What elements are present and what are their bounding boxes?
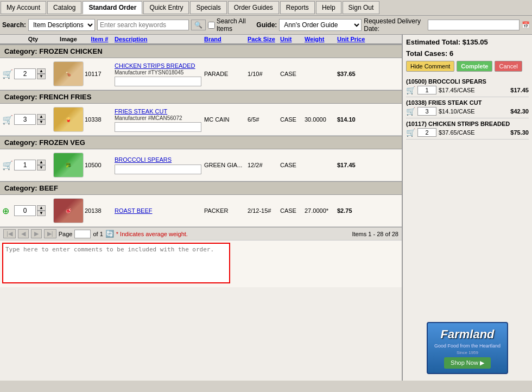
qty-input-10500[interactable] — [14, 160, 36, 170]
add-to-cart-icon-10117[interactable]: 🛒 — [2, 69, 14, 79]
comments-area — [0, 240, 402, 287]
add-to-cart-icon-20138[interactable]: ⊕ — [2, 206, 14, 216]
brand-20138: PACKER — [204, 207, 248, 214]
fries-image: 🍟 — [66, 117, 71, 122]
cart-icon-10338: 🛒 — [406, 107, 415, 116]
pack-10338: 6/5# — [248, 116, 280, 123]
add-to-cart-icon-10338[interactable]: 🛒 — [2, 115, 14, 125]
qty-input-10338[interactable] — [14, 114, 36, 125]
qty-up-20138[interactable]: ▲ — [37, 205, 46, 211]
col-weight-header[interactable]: Weight — [305, 36, 337, 42]
item-10338: 10338 — [85, 116, 115, 123]
qty-down-10338[interactable]: ▼ — [37, 119, 46, 125]
cart-qty-10500[interactable] — [417, 86, 436, 94]
col-brand-header[interactable]: Brand — [204, 36, 248, 42]
note-input-10338[interactable] — [115, 122, 201, 132]
prev-page-button[interactable]: ◀ — [18, 229, 29, 238]
col-image-header: Image — [52, 36, 85, 42]
complete-button[interactable]: Complete — [457, 61, 492, 72]
brand-10338: MC CAIN — [204, 116, 248, 123]
desc-20138: ROAST BEEF — [115, 207, 204, 214]
col-price-header[interactable]: Unit Price — [337, 36, 372, 42]
search-bar: Search: Item Descriptions Item Number Br… — [0, 16, 532, 35]
table-row: 🛒 ▲ ▼ 🍟 10338 FRIES STEAK CUT Manufactur… — [0, 104, 402, 136]
qty-down-20138[interactable]: ▼ — [37, 211, 46, 216]
refresh-icon[interactable]: 🔄 — [105, 230, 114, 238]
cart-price-10117: $37.65/CASE — [439, 129, 475, 136]
last-page-button[interactable]: ▶| — [44, 229, 56, 238]
cart-icon-10500: 🛒 — [406, 86, 415, 94]
nav-order-guides[interactable]: Order Guides — [228, 1, 279, 14]
delivery-date-input[interactable]: 10/10/2014 — [428, 20, 520, 30]
farmland-since: Since 1959 — [432, 350, 503, 355]
farmland-banner: Farmland Good Food from the Heartland Si… — [427, 322, 508, 374]
search-input[interactable] — [97, 20, 189, 30]
qty-down-10500[interactable]: ▼ — [37, 165, 46, 170]
item-20138: 20138 — [85, 207, 115, 214]
nav-quick-entry[interactable]: Quick Entry — [143, 1, 189, 14]
cart-price-10500: $17.45/CASE — [439, 87, 475, 93]
qty-cell-20138: ▲ ▼ — [14, 205, 52, 216]
nav-specials[interactable]: Specials — [190, 1, 226, 14]
qty-up-10500[interactable]: ▲ — [37, 160, 46, 165]
search-button[interactable]: 🔍 — [191, 20, 206, 30]
calendar-icon[interactable]: 📅 — [522, 21, 530, 29]
add-to-cart-icon-10500[interactable]: 🛒 — [2, 160, 14, 170]
qty-up-10338[interactable]: ▲ — [37, 114, 46, 119]
nav-my-account[interactable]: My Account — [1, 1, 46, 14]
qty-spinner-10338: ▲ ▼ — [37, 114, 46, 125]
note-input-10117[interactable] — [115, 77, 201, 86]
hide-comment-button[interactable]: Hide Comment — [406, 61, 454, 72]
product-link-10338[interactable]: FRIES STEAK CUT — [115, 108, 167, 115]
search-type-select[interactable]: Item Descriptions Item Number Brand — [28, 19, 95, 31]
beef-image: 🥩 — [66, 208, 71, 213]
desc-10338: FRIES STEAK CUT Manufacturer #MCAN56072 — [115, 108, 204, 132]
qty-input-20138[interactable] — [14, 205, 36, 216]
unit-10117: CASE — [280, 71, 305, 77]
cancel-button[interactable]: Cancel — [495, 61, 522, 72]
cart-qty-10117[interactable] — [417, 128, 436, 137]
nav-catalog[interactable]: Catalog — [47, 1, 81, 14]
search-all-label: Search All Items — [208, 17, 255, 33]
nav-help[interactable]: Help — [316, 1, 341, 14]
nav-reports[interactable]: Reports — [280, 1, 315, 14]
unit-10500: CASE — [280, 162, 305, 168]
cart-qty-10338[interactable] — [417, 107, 436, 116]
first-page-button[interactable]: |◀ — [3, 229, 16, 238]
qty-up-10117[interactable]: ▲ — [37, 68, 46, 74]
product-link-10117[interactable]: CHICKEN STRIPS BREADED — [115, 62, 195, 69]
cart-item-row-10500: 🛒 $17.45/CASE $17.45 — [406, 86, 529, 94]
product-link-10500[interactable]: BROCCOLI SPEARS — [115, 156, 172, 163]
search-all-checkbox[interactable] — [208, 22, 215, 29]
cart-item-title-10338: (10338) FRIES STEAK CUT — [406, 99, 529, 106]
cart-item-10500: (10500) BROCCOLI SPEARS 🛒 $17.45/CASE $1… — [406, 76, 529, 97]
col-item-header[interactable]: Item # — [85, 36, 115, 42]
farmland-ad: Farmland Good Food from the Heartland Si… — [406, 319, 529, 377]
table-row: ⊕ ▲ ▼ 🥩 20138 ROAST BEEF PACKER 2/12-15# — [0, 195, 402, 227]
delivery-label: Requested Delivery Date: — [364, 17, 426, 33]
qty-cell-10500: ▲ ▼ — [14, 160, 52, 170]
category-frozen-veg: Category: FROZEN VEG — [0, 136, 402, 149]
col-unit-header[interactable]: Unit — [280, 36, 305, 42]
product-link-20138[interactable]: ROAST BEEF — [115, 207, 152, 214]
guide-select[interactable]: Ann's Order Guide — [279, 19, 362, 31]
qty-down-10117[interactable]: ▼ — [37, 74, 46, 79]
pack-20138: 2/12-15# — [248, 207, 280, 214]
col-desc-header[interactable]: Description — [115, 36, 204, 42]
farmland-shop-button[interactable]: Shop Now ▶ — [444, 357, 491, 369]
qty-input-10117[interactable] — [14, 68, 36, 79]
page-label: Page — [59, 231, 73, 237]
nav-sign-out[interactable]: Sign Out — [343, 1, 380, 14]
unit-10338: CASE — [280, 116, 305, 123]
qty-spinner-20138: ▲ ▼ — [37, 205, 46, 216]
broccoli-image: 🥦 — [66, 163, 71, 168]
avg-weight-note: * Indicates average weight. — [116, 231, 188, 237]
comments-textarea[interactable] — [2, 243, 230, 283]
price-10500: $17.45 — [337, 162, 372, 168]
nav-standard-order[interactable]: Standard Order — [83, 1, 142, 14]
next-page-button[interactable]: ▶ — [31, 229, 42, 238]
page-input[interactable]: 1 — [74, 230, 91, 238]
cart-item-row-10117: 🛒 $37.65/CASE $75.30 — [406, 128, 529, 137]
note-input-10500[interactable] — [115, 165, 201, 174]
col-pack-header[interactable]: Pack Size — [248, 36, 280, 42]
